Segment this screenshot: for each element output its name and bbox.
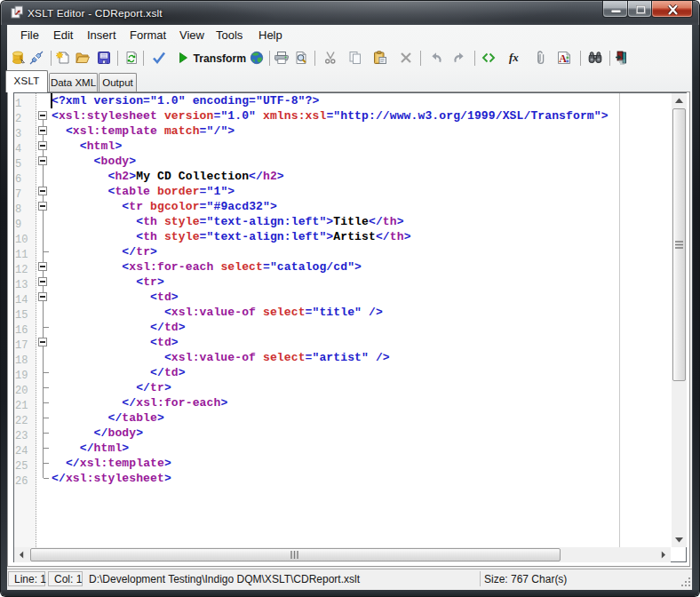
svg-text:fx: fx bbox=[509, 51, 519, 64]
svg-text:A: A bbox=[559, 52, 567, 65]
